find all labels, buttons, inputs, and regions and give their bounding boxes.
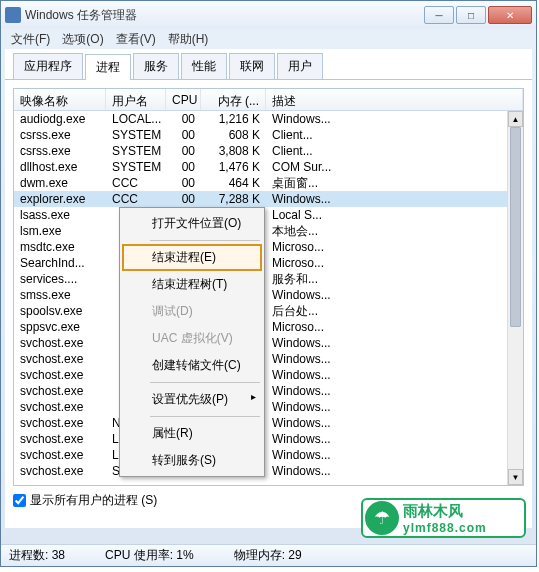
col-cpu[interactable]: CPU [166, 89, 201, 110]
process-row[interactable]: svchost.exeKWindows... [14, 367, 523, 383]
cell-desc: 桌面窗... [266, 175, 523, 192]
scroll-down-button[interactable]: ▼ [508, 469, 523, 485]
cell-desc: Windows... [266, 432, 523, 446]
process-row[interactable]: dllhost.exeSYSTEM001,476 KCOM Sur... [14, 159, 523, 175]
tab-services[interactable]: 服务 [133, 53, 179, 79]
maximize-button[interactable]: □ [456, 6, 486, 24]
close-button[interactable]: ✕ [488, 6, 532, 24]
cell-name: msdtc.exe [14, 240, 106, 254]
cell-name: svchost.exe [14, 448, 106, 462]
cell-desc: Client... [266, 144, 523, 158]
process-row[interactable]: csrss.exeSYSTEM003,808 KClient... [14, 143, 523, 159]
cell-name: lsass.exe [14, 208, 106, 222]
cell-user: SYSTEM [106, 144, 166, 158]
cell-desc: Windows... [266, 352, 523, 366]
cell-desc: Microso... [266, 256, 523, 270]
cell-name: svchost.exe [14, 368, 106, 382]
app-icon [5, 7, 21, 23]
process-row[interactable]: svchost.exeLOCAL...001,020 KWindows... [14, 447, 523, 463]
cell-desc: Windows... [266, 384, 523, 398]
cell-desc: 本地会... [266, 223, 523, 240]
cell-name: sppsvc.exe [14, 320, 106, 334]
ctx-create-dump[interactable]: 创建转储文件(C) [122, 352, 262, 379]
col-image-name[interactable]: 映像名称 [14, 89, 106, 110]
cell-memory: 1,216 K [201, 112, 266, 126]
cell-desc: 后台处... [266, 303, 523, 320]
ctx-goto-service[interactable]: 转到服务(S) [122, 447, 262, 474]
process-row[interactable]: svchost.exeKWindows... [14, 335, 523, 351]
minimize-button[interactable]: ─ [424, 6, 454, 24]
process-row[interactable]: svchost.exeSYSTEM001,696 KWindows... [14, 463, 523, 479]
menu-view[interactable]: 查看(V) [112, 29, 160, 50]
cell-name: svchost.exe [14, 336, 106, 350]
tab-users[interactable]: 用户 [277, 53, 323, 79]
process-row[interactable]: svchost.exeKWindows... [14, 399, 523, 415]
cell-memory: 608 K [201, 128, 266, 142]
ctx-uac-virtualization: UAC 虚拟化(V) [122, 325, 262, 352]
list-header: 映像名称 用户名 CPU 内存 (... 描述 [14, 89, 523, 111]
process-row[interactable]: svchost.exeNETWO...002,420 KWindows... [14, 415, 523, 431]
col-username[interactable]: 用户名 [106, 89, 166, 110]
tab-applications[interactable]: 应用程序 [13, 53, 83, 79]
cell-desc: Windows... [266, 448, 523, 462]
scroll-thumb[interactable] [510, 127, 521, 327]
watermark-icon: ☂ [365, 501, 399, 535]
process-row[interactable]: csrss.exeSYSTEM00608 KClient... [14, 127, 523, 143]
menu-file[interactable]: 文件(F) [7, 29, 54, 50]
process-row[interactable]: dwm.exeCCC00464 K桌面窗... [14, 175, 523, 191]
cell-desc: Windows... [266, 368, 523, 382]
cell-desc: Windows... [266, 336, 523, 350]
ctx-end-process-tree[interactable]: 结束进程树(T) [122, 271, 262, 298]
cell-desc: 服务和... [266, 271, 523, 288]
cell-cpu: 00 [166, 112, 201, 126]
cell-name: svchost.exe [14, 416, 106, 430]
process-row[interactable]: msdtc.exeKMicroso... [14, 239, 523, 255]
menu-options[interactable]: 选项(O) [58, 29, 107, 50]
process-row[interactable]: audiodg.exeLOCAL...001,216 KWindows... [14, 111, 523, 127]
ctx-open-file-location[interactable]: 打开文件位置(O) [122, 210, 262, 237]
process-row[interactable]: lsass.exeKLocal S... [14, 207, 523, 223]
process-row[interactable]: svchost.exeKWindows... [14, 351, 523, 367]
col-description[interactable]: 描述 [266, 89, 523, 110]
cell-name: csrss.exe [14, 128, 106, 142]
cell-desc: Local S... [266, 208, 523, 222]
ctx-properties[interactable]: 属性(R) [122, 420, 262, 447]
process-row[interactable]: sppsvc.exeKMicroso... [14, 319, 523, 335]
tab-networking[interactable]: 联网 [229, 53, 275, 79]
show-all-users-checkbox[interactable] [13, 494, 26, 507]
cell-name: explorer.exe [14, 192, 106, 206]
process-row[interactable]: smss.exeKWindows... [14, 287, 523, 303]
show-all-users-label[interactable]: 显示所有用户的进程 (S) [30, 492, 157, 509]
status-process-count: 进程数: 38 [9, 547, 65, 564]
cell-desc: Windows... [266, 400, 523, 414]
cell-memory: 3,808 K [201, 144, 266, 158]
cell-name: svchost.exe [14, 432, 106, 446]
vertical-scrollbar[interactable]: ▲ ▼ [507, 111, 523, 485]
cell-cpu: 00 [166, 176, 201, 190]
cell-memory: 7,288 K [201, 192, 266, 206]
scroll-up-button[interactable]: ▲ [508, 111, 523, 127]
col-memory[interactable]: 内存 (... [201, 89, 266, 110]
process-row[interactable]: SearchInd...KMicroso... [14, 255, 523, 271]
cell-user: SYSTEM [106, 160, 166, 174]
tab-strip: 应用程序 进程 服务 性能 联网 用户 [5, 49, 532, 80]
tab-performance[interactable]: 性能 [181, 53, 227, 79]
tab-processes[interactable]: 进程 [85, 54, 131, 80]
ctx-set-priority[interactable]: 设置优先级(P) [122, 386, 262, 413]
process-row[interactable]: spoolsv.exeK后台处... [14, 303, 523, 319]
cell-name: svchost.exe [14, 464, 106, 478]
cell-desc: Windows... [266, 464, 523, 478]
process-row[interactable]: lsm.exeK本地会... [14, 223, 523, 239]
menu-help[interactable]: 帮助(H) [164, 29, 213, 50]
process-row[interactable]: svchost.exeKWindows... [14, 383, 523, 399]
process-row[interactable]: explorer.exeCCC007,288 KWindows... [14, 191, 523, 207]
cell-name: csrss.exe [14, 144, 106, 158]
list-body[interactable]: audiodg.exeLOCAL...001,216 KWindows...cs… [14, 111, 523, 486]
window-title: Windows 任务管理器 [25, 7, 422, 24]
process-row[interactable]: svchost.exeLOCAL...002,548 KWindows... [14, 431, 523, 447]
titlebar[interactable]: Windows 任务管理器 ─ □ ✕ [1, 1, 536, 29]
ctx-end-process[interactable]: 结束进程(E) [122, 244, 262, 271]
cell-cpu: 00 [166, 144, 201, 158]
process-row[interactable]: services....K服务和... [14, 271, 523, 287]
cell-name: SearchInd... [14, 256, 106, 270]
